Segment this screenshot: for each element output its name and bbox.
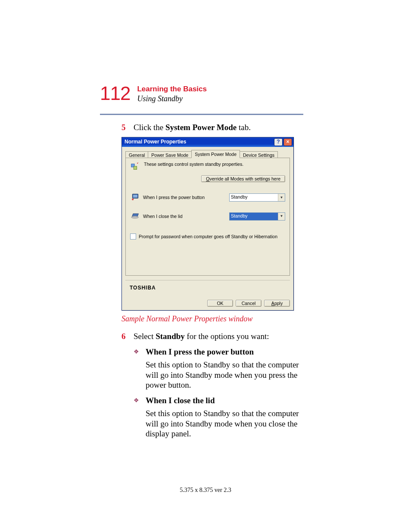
text: for the options you want: bbox=[185, 332, 269, 341]
option-label: When I press the power button bbox=[143, 195, 229, 200]
text: Click the bbox=[134, 123, 165, 132]
chapter-title: Learning the Basics bbox=[137, 85, 207, 93]
checkbox-label: Prompt for password when computer goes o… bbox=[139, 234, 277, 240]
cancel-button[interactable]: Cancel bbox=[236, 300, 262, 307]
step-text: Select Standby for the options you want: bbox=[134, 331, 302, 342]
bullet-title: When I close the lid bbox=[146, 395, 302, 406]
bullet-power-button: ❖ When I press the power button Set this… bbox=[134, 347, 302, 390]
svg-rect-3 bbox=[133, 195, 137, 198]
window-title: Normal Power Properties bbox=[125, 139, 274, 145]
bullet-description: Set this option to Standby so that the c… bbox=[146, 408, 302, 439]
brand-label: TOSHIBA bbox=[125, 280, 290, 294]
step-5: 5 Click the System Power Mode tab. bbox=[121, 122, 302, 133]
step-number: 5 bbox=[121, 122, 134, 133]
tab-system-power-mode[interactable]: System Power Mode bbox=[191, 150, 240, 158]
power-button-icon bbox=[130, 193, 141, 203]
select-value: Standby bbox=[230, 213, 278, 220]
figure-caption: Sample Normal Power Properties window bbox=[121, 314, 302, 324]
tab-strip: General Power Save Mode System Power Mod… bbox=[125, 149, 290, 158]
page-number: 112 bbox=[100, 84, 130, 103]
close-button[interactable]: × bbox=[283, 138, 292, 146]
svg-point-4 bbox=[132, 199, 134, 200]
settings-icon bbox=[130, 162, 140, 171]
option-close-lid: When I close the lid Standby ▼ bbox=[130, 212, 285, 222]
section-title: Using Standby bbox=[137, 94, 207, 103]
bullet-close-lid: ❖ When I close the lid Set this option t… bbox=[134, 395, 302, 439]
page-footer: 5.375 x 8.375 ver 2.3 bbox=[0, 487, 411, 494]
override-button[interactable]: Override all Modes with settings here bbox=[201, 175, 285, 182]
option-label: When I close the lid bbox=[143, 214, 229, 219]
text: tab. bbox=[237, 123, 251, 132]
ok-button[interactable]: OK bbox=[207, 300, 233, 307]
diamond-bullet-icon: ❖ bbox=[134, 395, 146, 439]
text: Select bbox=[134, 332, 156, 341]
text-bold: System Power Mode bbox=[165, 123, 237, 132]
power-button-select[interactable]: Standby ▼ bbox=[229, 193, 285, 202]
panel-description: These settings control system standby pr… bbox=[144, 162, 243, 167]
chevron-down-icon[interactable]: ▼ bbox=[278, 194, 285, 201]
option-power-button: When I press the power button Standby ▼ bbox=[130, 193, 285, 203]
step-text: Click the System Power Mode tab. bbox=[134, 122, 302, 133]
titlebar[interactable]: Normal Power Properties ? × bbox=[122, 137, 293, 147]
dialog-window: Normal Power Properties ? × General Powe… bbox=[121, 137, 294, 311]
bullet-description: Set this option to Standby so that the c… bbox=[146, 360, 302, 390]
svg-point-5 bbox=[131, 216, 139, 218]
tab-panel: These settings control system standby pr… bbox=[125, 158, 290, 276]
text-bold: Standby bbox=[156, 332, 185, 341]
laptop-lid-icon bbox=[130, 212, 141, 222]
diamond-bullet-icon: ❖ bbox=[134, 347, 146, 390]
step-6: 6 Select Standby for the options you wan… bbox=[121, 331, 302, 342]
apply-button[interactable]: Apply bbox=[264, 300, 290, 307]
password-prompt-option[interactable]: Prompt for password when computer goes o… bbox=[130, 233, 285, 240]
step-number: 6 bbox=[121, 331, 134, 342]
header-rule bbox=[100, 114, 303, 115]
dialog-buttons: OK Cancel Apply bbox=[122, 297, 293, 310]
checkbox[interactable] bbox=[130, 233, 136, 240]
bullet-title: When I press the power button bbox=[146, 347, 302, 357]
chevron-down-icon[interactable]: ▼ bbox=[278, 213, 285, 220]
close-lid-select[interactable]: Standby ▼ bbox=[229, 212, 285, 221]
select-value: Standby bbox=[230, 194, 278, 201]
help-button[interactable]: ? bbox=[274, 138, 283, 146]
svg-rect-1 bbox=[134, 166, 137, 169]
